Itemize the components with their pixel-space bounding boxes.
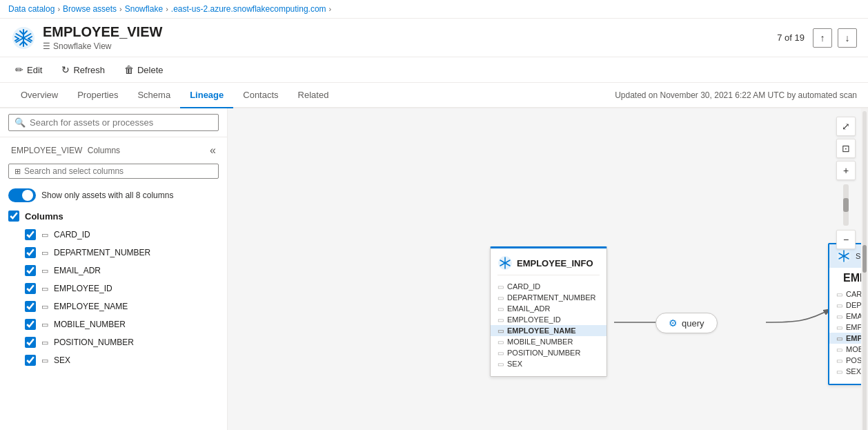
refresh-button[interactable]: ↻ Refresh	[57, 61, 109, 78]
columns-search-input-wrap[interactable]: ⊞	[8, 164, 219, 179]
column-item-emp-name[interactable]: ▭ EMPLOYEE_NAME	[0, 297, 227, 315]
zoom-controls: ⤢ ⊡ + −	[836, 117, 856, 249]
nav-prev-button[interactable]: ↑	[813, 28, 832, 48]
column-item-mobile-num[interactable]: ▭ MOBILE_NUMBER	[0, 315, 227, 333]
toolbar: ✏ Edit ↻ Refresh 🗑 Delete	[0, 57, 868, 83]
zoom-out-button[interactable]: −	[836, 230, 856, 249]
edit-button[interactable]: ✏ Edit	[11, 61, 46, 78]
source-field-email: ▭ EMAIL_ADR	[497, 303, 600, 314]
refresh-icon: ↻	[61, 64, 70, 75]
source-field-name-8: SEX	[507, 360, 522, 368]
col-checkbox-email-adr[interactable]	[25, 265, 36, 276]
field-icon-4: ▭	[497, 316, 504, 324]
col-checkbox-dept-num[interactable]	[25, 247, 36, 258]
col-type-icon-dept-num: ▭	[41, 248, 48, 257]
columns-section-title: EMPLOYEE_VIEW Columns	[8, 146, 120, 155]
column-item-position-num[interactable]: ▭ POSITION_NUMBER	[0, 333, 227, 351]
col-name-emp-name: EMPLOYEE_NAME	[54, 302, 128, 311]
field-icon-1: ▭	[497, 283, 504, 291]
tfield-icon-5: ▭	[836, 335, 842, 342]
field-icon-3: ▭	[497, 305, 504, 313]
source-field-sex: ▭ SEX	[497, 358, 600, 369]
zoom-in-button[interactable]: +	[836, 161, 856, 180]
edit-label: Edit	[27, 65, 42, 75]
query-label: query	[682, 318, 704, 329]
tab-lineage[interactable]: Lineage	[180, 83, 233, 108]
col-type-icon-emp-name: ▭	[41, 302, 48, 311]
edit-icon: ✏	[15, 64, 23, 75]
source-field-name-4: EMPLOYEE_ID	[507, 315, 561, 324]
column-item-email-adr[interactable]: ▭ EMAIL_ADR	[0, 262, 227, 280]
fit-button[interactable]: ⊡	[836, 139, 856, 158]
refresh-label: Refresh	[73, 65, 105, 75]
source-field-name-5: EMPLOYEE_NAME	[507, 326, 576, 335]
field-icon-2: ▭	[497, 294, 504, 302]
tab-schema[interactable]: Schema	[128, 83, 180, 108]
snowflake-logo	[11, 26, 36, 50]
delete-button[interactable]: 🗑 Delete	[120, 61, 168, 78]
scrollbar-thumb[interactable]	[862, 245, 867, 273]
tfield-icon-7: ▭	[836, 357, 842, 364]
col-checkbox-card-id[interactable]	[25, 229, 36, 240]
col-checkbox-emp-name[interactable]	[25, 301, 36, 312]
tab-overview[interactable]: Overview	[11, 83, 68, 108]
source-field-emp-id: ▭ EMPLOYEE_ID	[497, 314, 600, 325]
source-field-name-3: EMAIL_ADR	[507, 304, 550, 313]
tfield-icon-3: ▭	[836, 313, 842, 320]
tfield-icon-2: ▭	[836, 302, 842, 309]
col-name-position-num: POSITION_NUMBER	[54, 338, 134, 347]
breadcrumb-sep-3: ›	[166, 5, 168, 13]
columns-label: Columns	[88, 146, 120, 155]
view-icon: ☰	[43, 41, 50, 51]
breadcrumb: Data catalog › Browse assets › Snowflake…	[0, 0, 868, 19]
col-name-email-adr: EMAIL_ADR	[54, 266, 101, 275]
column-item-emp-id[interactable]: ▭ EMPLOYEE_ID	[0, 280, 227, 297]
field-icon-5: ▭	[497, 327, 504, 335]
columns-group-checkbox[interactable]	[8, 211, 19, 222]
breadcrumb-data-catalog[interactable]: Data catalog	[8, 4, 55, 14]
field-icon-7: ▭	[497, 349, 504, 357]
column-item-sex[interactable]: ▭ SEX	[0, 351, 227, 369]
col-type-icon-card-id: ▭	[41, 231, 48, 240]
col-checkbox-position-num[interactable]	[25, 337, 36, 348]
expand-button[interactable]: ⤢	[836, 117, 856, 136]
tab-properties[interactable]: Properties	[68, 83, 128, 108]
query-node[interactable]: ⚙ query	[655, 313, 718, 333]
tab-related[interactable]: Related	[288, 83, 339, 108]
breadcrumb-snowflake[interactable]: Snowflake	[125, 4, 163, 14]
source-snowflake-icon	[497, 255, 513, 271]
col-type-icon-mobile-num: ▭	[41, 320, 48, 329]
col-checkbox-emp-id[interactable]	[25, 283, 36, 294]
source-node-title: EMPLOYEE_INFO	[517, 258, 593, 268]
columns-group-label: Columns	[25, 211, 63, 222]
col-checkbox-mobile-num[interactable]	[25, 319, 36, 330]
col-checkbox-sex[interactable]	[25, 355, 36, 366]
tabs-bar: Overview Properties Schema Lineage Conta…	[0, 83, 868, 108]
canvas-scrollbar[interactable]	[861, 108, 868, 430]
source-field-position: ▭ POSITION_NUMBER	[497, 347, 600, 358]
canvas-area[interactable]: EMPLOYEE_INFO ▭ CARD_ID ▭ DEPARTMENT_NUM…	[228, 108, 868, 430]
column-item-dept-num[interactable]: ▭ DEPARTMENT_NUMBER	[0, 244, 227, 262]
search-icon: 🔍	[14, 117, 26, 128]
col-type-icon-position-num: ▭	[41, 338, 48, 347]
breadcrumb-browse-assets[interactable]: Browse assets	[63, 4, 117, 14]
tab-contacts[interactable]: Contacts	[233, 83, 288, 108]
tfield-icon-8: ▭	[836, 368, 842, 375]
columns-search-input[interactable]	[24, 166, 213, 176]
column-item-card-id[interactable]: ▭ CARD_ID	[0, 226, 227, 244]
col-name-card-id: CARD_ID	[54, 230, 90, 240]
breadcrumb-sep-2: ›	[119, 5, 122, 13]
nav-counter: 7 of 19	[777, 32, 805, 43]
search-assets-input[interactable]	[30, 117, 213, 128]
toggle-slider	[8, 188, 36, 202]
source-field-emp-name: ▭ EMPLOYEE_NAME	[491, 325, 606, 336]
col-type-icon-emp-id: ▭	[41, 284, 48, 293]
source-field-name-7: POSITION_NUMBER	[507, 349, 580, 357]
toggle-switch[interactable]	[8, 188, 36, 202]
nav-next-button[interactable]: ↓	[838, 28, 857, 48]
search-assets-input-wrap[interactable]: 🔍	[8, 114, 219, 131]
collapse-panel-button[interactable]: «	[207, 143, 219, 158]
field-icon-6: ▭	[497, 338, 504, 346]
breadcrumb-connection[interactable]: .east-us-2.azure.snowflakecomputing.com	[171, 4, 326, 14]
page-subtitle: ☰ Snowflake View	[43, 41, 777, 51]
